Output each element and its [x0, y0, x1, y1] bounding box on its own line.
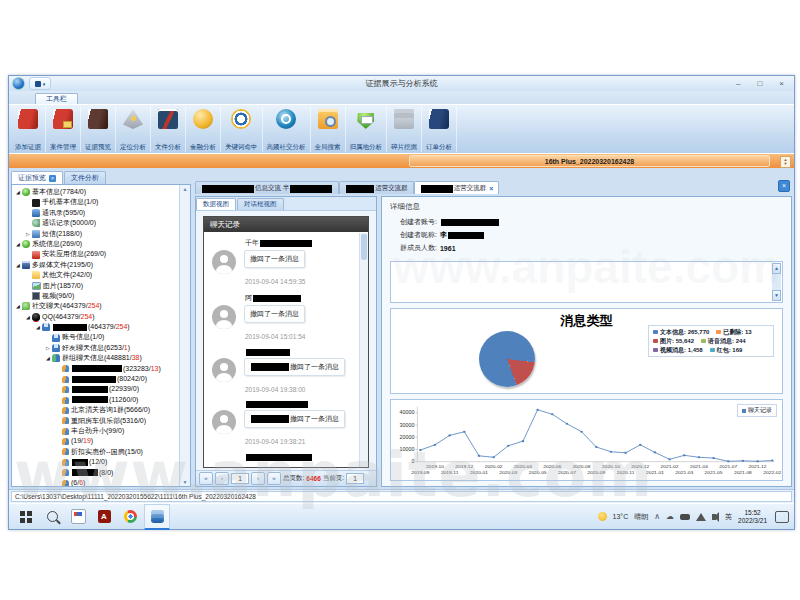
- tree-item[interactable]: (22939/0): [14, 384, 178, 394]
- toolbar-button-evidence-view[interactable]: 证据预览: [81, 106, 116, 152]
- listbox-scrollbar[interactable]: ▲▼: [772, 263, 781, 301]
- taskbar-clock[interactable]: 15:52 2022/3/21: [738, 509, 767, 525]
- tree-item[interactable]: 账号信息(1/0): [14, 332, 178, 342]
- first-page-button[interactable]: «: [199, 472, 213, 485]
- device-icon[interactable]: [680, 514, 690, 520]
- tree-item[interactable]: 北京清关咨询1群(5666/0): [14, 405, 178, 415]
- group-tab[interactable]: 信息交流 半: [195, 181, 339, 194]
- tree-item[interactable]: ◢(464379/254): [14, 322, 178, 332]
- notification-center-icon[interactable]: [775, 511, 789, 523]
- close-button[interactable]: ×: [779, 76, 784, 91]
- weather-temp[interactable]: 13°C: [613, 513, 629, 520]
- taskbar-app-evidence-app[interactable]: [144, 504, 170, 530]
- sidebar-tab[interactable]: 证据预览×: [11, 171, 63, 184]
- tree-item[interactable]: ◢系统信息(269/0): [14, 239, 178, 249]
- tree-item[interactable]: ◢社交聊天(464379/254): [14, 301, 178, 311]
- toolbar-button-location[interactable]: 定位分析: [116, 106, 151, 152]
- chevron-up-icon[interactable]: ∧: [654, 512, 660, 522]
- tree-item[interactable]: 手机基本信息(1/0): [14, 197, 178, 207]
- tree-item[interactable]: (12/0): [14, 457, 178, 467]
- expander-closed-icon[interactable]: ▷: [44, 343, 52, 353]
- prev-page-button[interactable]: ‹: [215, 472, 229, 485]
- chat-scrollbar[interactable]: [359, 233, 368, 467]
- expander-open-icon[interactable]: ◢: [14, 260, 22, 270]
- chat-view-tab[interactable]: 数据视图: [196, 198, 236, 210]
- ribbon-tab-toolbox[interactable]: 工具栏: [35, 93, 78, 104]
- expander-open-icon[interactable]: ◢: [24, 312, 32, 322]
- weather-desc[interactable]: 晴朗: [634, 512, 648, 522]
- last-page-button[interactable]: »: [267, 472, 281, 485]
- minimize-button[interactable]: –: [736, 76, 740, 91]
- expander-open-icon[interactable]: ◢: [14, 301, 22, 311]
- expander-open-icon[interactable]: ◢: [14, 239, 22, 249]
- group-tab[interactable]: 运营交流群×: [414, 181, 500, 194]
- tree-item[interactable]: (11260/0): [14, 395, 178, 405]
- tree-item[interactable]: 视频(96/0): [14, 291, 178, 301]
- cloud-icon[interactable]: ☁: [666, 512, 674, 522]
- tree-item[interactable]: 通话记录(5000/0): [14, 218, 178, 228]
- tree-item[interactable]: ◢多媒体文件(2195/0): [14, 260, 178, 270]
- toolbar-button-case-manage[interactable]: 案件管理: [46, 106, 81, 152]
- page-input[interactable]: [231, 473, 249, 484]
- network-icon[interactable]: [696, 513, 706, 521]
- tree-item[interactable]: (80242/0): [14, 374, 178, 384]
- message-bubble[interactable]: 撤回了一条消息: [244, 410, 345, 428]
- document-tab[interactable]: 16th Plus_20220320162428: [409, 155, 770, 167]
- next-page-button[interactable]: ›: [251, 472, 265, 485]
- tree-item[interactable]: ◢群组聊天信息(448881/38): [14, 353, 178, 363]
- tree-item[interactable]: 折扣实惠价--国腾(15/0): [14, 447, 178, 457]
- expander-open-icon[interactable]: ◢: [34, 322, 42, 332]
- tree-item[interactable]: 安装应用信息(269/0): [14, 249, 178, 259]
- toolbar-button-fragment[interactable]: 碎片挖掘: [387, 106, 422, 152]
- scroll-down-icon[interactable]: ▼: [183, 479, 188, 485]
- toolbar-button-finance[interactable]: 金融分析: [186, 106, 221, 152]
- message-bubble[interactable]: 撤回了一条消息: [244, 358, 345, 376]
- message-bubble[interactable]: 撤回了一条消息: [244, 250, 305, 268]
- tab-close-icon[interactable]: ×: [489, 185, 493, 192]
- weather-sun-icon[interactable]: [598, 512, 607, 521]
- tree-item[interactable]: (323283/13): [14, 364, 178, 374]
- taskbar-app-search[interactable]: [40, 505, 64, 528]
- tree-item[interactable]: 丰台劲升小(99/0): [14, 426, 178, 436]
- scroll-up-icon[interactable]: ▲: [772, 263, 781, 274]
- taskbar-app-chrome[interactable]: [118, 505, 142, 528]
- tree-item[interactable]: 重阳房车俱乐部(5316/0): [14, 416, 178, 426]
- toolbar-button-social[interactable]: 高频社交分析: [263, 106, 311, 152]
- group-tab[interactable]: 运营交流群: [339, 181, 414, 194]
- toolbar-button-file[interactable]: 文件分析: [151, 106, 186, 152]
- toolbar-button-order[interactable]: 订单分析: [422, 106, 457, 152]
- tree-item[interactable]: 其他文件(242/0): [14, 270, 178, 280]
- tab-close-icon[interactable]: ×: [49, 175, 56, 182]
- tab-scroll-buttons[interactable]: ▲▼: [780, 156, 791, 168]
- taskbar-app-app-window[interactable]: [66, 505, 90, 528]
- input-language[interactable]: 英: [725, 512, 732, 522]
- expander-closed-icon[interactable]: ▷: [24, 229, 32, 239]
- scroll-up-icon[interactable]: ▲: [183, 186, 188, 192]
- tree-item[interactable]: (19/19): [14, 436, 178, 446]
- taskbar-app-acrobat[interactable]: A: [92, 505, 116, 528]
- toolbar-button-search-folder[interactable]: 全局搜索: [311, 106, 346, 152]
- message-bubble[interactable]: 撤回了一条消息: [244, 305, 305, 323]
- expander-open-icon[interactable]: ◢: [14, 187, 22, 197]
- tree-item[interactable]: ◢QQ(464379/254): [14, 312, 178, 322]
- close-all-tabs-button[interactable]: ×: [778, 180, 790, 192]
- member-list-box[interactable]: ▲▼: [390, 261, 783, 303]
- taskbar-app-start[interactable]: [14, 505, 38, 528]
- tree-item[interactable]: (6/6): [14, 478, 178, 487]
- volume-icon[interactable]: [712, 514, 716, 520]
- toolbar-button-attribution[interactable]: 归属地分析: [346, 106, 388, 152]
- scroll-down-icon[interactable]: ▼: [772, 290, 781, 301]
- tree-item[interactable]: ◢基本信息(7784/0): [14, 187, 178, 197]
- tree-item[interactable]: 通讯录(595/0): [14, 208, 178, 218]
- tree-item[interactable]: ▷短信(2188/0): [14, 229, 178, 239]
- quick-access-button[interactable]: [29, 77, 51, 90]
- sidebar-tab[interactable]: 文件分析: [64, 171, 106, 184]
- tree-scrollbar[interactable]: ▲▼: [179, 185, 190, 486]
- tree-item[interactable]: ▷好友聊天信息(6253/1): [14, 343, 178, 353]
- tree-item[interactable]: (8/0): [14, 468, 178, 478]
- toolbar-button-keyword[interactable]: 关键词命中: [221, 106, 263, 152]
- expander-open-icon[interactable]: ◢: [44, 353, 52, 363]
- maximize-button[interactable]: □: [757, 76, 762, 91]
- current-page-input[interactable]: [346, 473, 364, 484]
- tree-item[interactable]: 图片(1857/0): [14, 281, 178, 291]
